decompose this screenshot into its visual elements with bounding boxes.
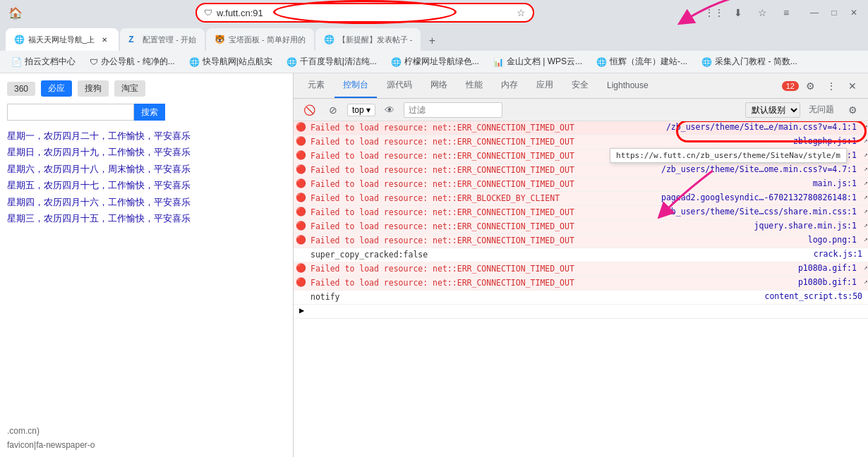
bookmark-jinshan[interactable]: 📊 金山文档 | WPS云... bbox=[488, 54, 588, 69]
bookmark-favicon-caiji: 🌐 bbox=[701, 57, 712, 67]
maximize-button[interactable]: □ bbox=[826, 4, 843, 21]
console-row-6: 🔴 Failed to load resource: net::ERR_BLOC… bbox=[294, 192, 868, 206]
news-item-5[interactable]: 星期四，农历四月十六，工作愉快，平安喜乐 bbox=[7, 194, 286, 210]
devtools-tab-label-security: 安全 bbox=[572, 79, 589, 91]
devtools-tab-sources[interactable]: 源代码 bbox=[378, 73, 421, 98]
console-eye-button[interactable]: 👁 bbox=[380, 100, 399, 120]
link-ext-icon-7: ↗ bbox=[864, 207, 868, 214]
console-link-10[interactable]: crack.js:1 bbox=[814, 249, 868, 259]
console-link-9[interactable]: logo.png:1 bbox=[808, 235, 862, 245]
bookmarks-bar: 📄 拍云文档中心 🛡 办公导航 - 纯净的... 🌐 快导航网|站点航实 🌐 千… bbox=[0, 51, 868, 73]
bookmark-paicloud[interactable]: 📄 拍云文档中心 bbox=[6, 54, 81, 69]
console-output: 🔴 Failed to load resource: net::ERR_CONN… bbox=[294, 121, 868, 457]
news-item-6[interactable]: 星期三，农历四月十五，工作愉快，平安喜乐 bbox=[7, 210, 286, 226]
window-buttons: — □ ✕ bbox=[806, 4, 862, 21]
webpage-nav: 360 必应 搜狗 淘宝 bbox=[7, 80, 286, 97]
console-link-1[interactable]: /zb_users/theme/Site…e/main.css?v=4.1:1 bbox=[666, 122, 862, 132]
tab-favicon-2: Z bbox=[128, 35, 138, 44]
bookmark-caiji[interactable]: 🌐 采集入门教程 - 简数... bbox=[696, 54, 803, 69]
devtools-tab-application[interactable]: 应用 bbox=[528, 73, 562, 98]
extensions-button[interactable]: ⋮⋮ bbox=[704, 3, 724, 23]
webpage-content: 360 必应 搜狗 淘宝 搜索 星期一，农历四月二十，工作愉快，平安喜乐 星期日… bbox=[0, 73, 293, 457]
console-clear-button[interactable]: 🚫 bbox=[299, 100, 319, 120]
devtools-close-button[interactable]: ✕ bbox=[843, 76, 862, 96]
minimize-button[interactable]: — bbox=[806, 4, 823, 21]
nav-taobao[interactable]: 淘宝 bbox=[114, 80, 145, 97]
bookmark-star-icon[interactable]: ☆ bbox=[517, 7, 526, 18]
nav-360[interactable]: 360 bbox=[7, 82, 35, 96]
error-count-badge: 12 bbox=[782, 81, 799, 91]
bookmark-quicknav[interactable]: 🌐 快导航网|站点航实 bbox=[183, 54, 278, 69]
downloads-button[interactable]: ⬇ bbox=[728, 3, 748, 23]
devtools-tab-label-network: 网络 bbox=[430, 79, 447, 91]
bookmark-lemon[interactable]: 🌐 柠檬网址导航绿色... bbox=[385, 54, 485, 69]
tab-forum[interactable]: 🌐 【新提醒】发表帖子 - bbox=[315, 28, 421, 51]
search-input[interactable] bbox=[7, 104, 134, 121]
news-item-2[interactable]: 星期日，农历四月十九，工作愉快，平安喜乐 bbox=[7, 144, 286, 160]
error-icon-5: 🔴 bbox=[294, 178, 308, 188]
bookmark-qbd[interactable]: 🌐 千百度导航|清洁纯... bbox=[281, 54, 382, 69]
news-item-4[interactable]: 星期五，农历四月十七，工作愉快，平安喜乐 bbox=[7, 177, 286, 193]
console-msg-5: Failed to load resource: net::ERR_CONNEC… bbox=[308, 178, 813, 190]
console-msg-11: Failed to load resource: net::ERR_CONNEC… bbox=[308, 263, 798, 274]
console-link-6[interactable]: pagead2.googlesyndic…-6702132780826148:1 bbox=[661, 193, 862, 202]
link-ext-icon-8: ↗ bbox=[864, 221, 868, 228]
console-link-12[interactable]: p1080b.gif:1 bbox=[798, 277, 862, 287]
link-ext-icon-9: ↗ bbox=[864, 235, 868, 243]
console-link-11[interactable]: p1080a.gif:1 bbox=[798, 263, 862, 273]
home-button[interactable]: 🏠 bbox=[6, 3, 25, 23]
bookmark-label-office: 办公导航 - 纯净的... bbox=[101, 56, 175, 68]
top-filter-dropdown[interactable]: top ▾ bbox=[347, 104, 375, 116]
news-item-1[interactable]: 星期一，农历四月二十，工作愉快，平安喜乐 bbox=[7, 128, 286, 144]
no-issues-label: 无问题 bbox=[804, 104, 838, 116]
bookmark-office[interactable]: 🛡 办公导航 - 纯净的... bbox=[84, 54, 181, 69]
tab-label-1: 福天天网址导航_上 bbox=[28, 35, 95, 45]
console-link-7[interactable]: /zb_users/theme/Site…css/share.min.css:1 bbox=[661, 207, 862, 217]
devtools-settings-button[interactable]: ⚙ bbox=[800, 76, 820, 96]
tab-config[interactable]: Z 配置管理 - 开始 bbox=[120, 28, 205, 51]
console-filter-input[interactable] bbox=[404, 102, 502, 118]
console-row-expand[interactable]: ▶ bbox=[294, 305, 868, 319]
console-link-2[interactable]: zblogphp.js:1 bbox=[793, 136, 862, 146]
link-ext-icon-1: ↗ bbox=[864, 122, 868, 130]
bookmark-favicon-office: 🛡 bbox=[90, 57, 98, 67]
devtools-tab-label-application: 应用 bbox=[536, 79, 553, 91]
link-ext-icon-12: ↗ bbox=[864, 277, 868, 285]
console-row-5: 🔴 Failed to load resource: net::ERR_CONN… bbox=[294, 178, 868, 192]
main-area: 360 必应 搜狗 淘宝 搜索 星期一，农历四月二十，工作愉快，平安喜乐 星期日… bbox=[0, 73, 868, 457]
new-tab-button[interactable]: + bbox=[422, 31, 442, 51]
devtools-tab-security[interactable]: 安全 bbox=[563, 73, 597, 98]
nav-sogou[interactable]: 搜狗 bbox=[78, 80, 109, 97]
bookmarks-button[interactable]: ☆ bbox=[752, 3, 772, 23]
tab-futiannav[interactable]: 🌐 福天天网址导航_上 ✕ bbox=[6, 28, 119, 51]
tab-bar: 🌐 福天天网址导航_上 ✕ Z 配置管理 - 开始 🐯 宝塔面板 - 简单好用的… bbox=[0, 25, 868, 51]
devtools-tab-network[interactable]: 网络 bbox=[422, 73, 456, 98]
console-link-13[interactable]: content_script.ts:50 bbox=[765, 291, 868, 301]
devtools-tab-lighthouse[interactable]: Lighthouse bbox=[598, 73, 657, 98]
devtools-tab-memory[interactable]: 内存 bbox=[493, 73, 526, 98]
news-item-3[interactable]: 星期六，农历四月十八，周末愉快，平安喜乐 bbox=[7, 161, 286, 177]
devtools-tab-performance[interactable]: 性能 bbox=[457, 73, 491, 98]
console-tooltip: https://w.futt.cn/zb_users/theme/SiteNav… bbox=[610, 148, 847, 163]
console-link-8[interactable]: jquery.share.min.js:1 bbox=[754, 221, 862, 231]
console-link-5[interactable]: main.js:1 bbox=[813, 178, 862, 188]
bookmark-favicon-henghui: 🌐 bbox=[596, 57, 607, 67]
devtools-tab-elements[interactable]: 元素 bbox=[299, 73, 333, 98]
bookmark-henghui[interactable]: 🌐 恒辉（流年）建站-... bbox=[591, 54, 693, 69]
devtools-tab-label-performance: 性能 bbox=[466, 79, 483, 91]
console-link-4[interactable]: /zb_users/theme/Site…ome.min.css?v=4.7:1 bbox=[661, 164, 862, 174]
devtools-more-button[interactable]: ⋮ bbox=[821, 76, 841, 96]
menu-button[interactable]: ≡ bbox=[776, 3, 796, 23]
console-filter-button[interactable]: ⊘ bbox=[323, 100, 343, 120]
log-level-select[interactable]: 默认级别 bbox=[745, 102, 800, 118]
search-submit-button[interactable]: 搜索 bbox=[134, 104, 165, 121]
close-button[interactable]: ✕ bbox=[845, 4, 862, 21]
devtools-tab-console[interactable]: 控制台 bbox=[334, 73, 377, 98]
nav-bing[interactable]: 必应 bbox=[41, 80, 72, 97]
tab-baota[interactable]: 🐯 宝塔面板 - 简单好用的 bbox=[206, 28, 314, 51]
link-ext-icon-5: ↗ bbox=[864, 178, 868, 186]
bookmark-label-jinshan: 金山文档 | WPS云... bbox=[507, 56, 582, 68]
address-bar[interactable]: 🛡 w.futt.cn:91 ☆ bbox=[195, 3, 534, 23]
tab-close-1[interactable]: ✕ bbox=[99, 34, 110, 45]
console-settings-button[interactable]: ⚙ bbox=[843, 100, 862, 120]
